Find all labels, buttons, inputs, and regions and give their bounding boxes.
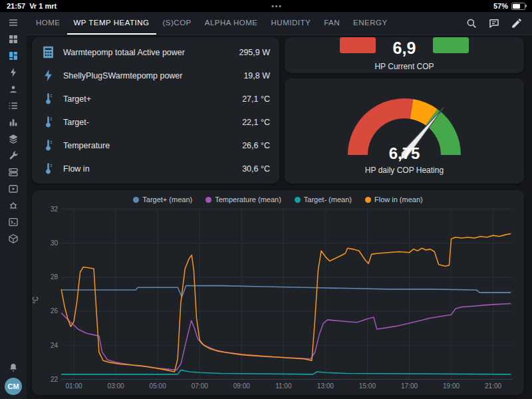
gauge-card-current-cop[interactable]: 6,9 HP Current COP: [285, 37, 524, 73]
entity-value: 295,9 W: [239, 48, 270, 57]
dashboard-content: Warmtepomp totaal Active power295,9 WShe…: [27, 35, 532, 399]
legend-dot-icon: [205, 197, 211, 203]
thermometer-icon: [41, 138, 55, 152]
status-right: 57%: [493, 2, 525, 10]
bell-icon: [8, 362, 19, 373]
battery-icon: [511, 3, 525, 10]
entity-value: 30,6 °C: [242, 164, 270, 174]
sidebar-item-system[interactable]: [2, 164, 25, 180]
svg-text:21:00: 21:00: [485, 382, 501, 390]
svg-text:17:00: 17:00: [401, 382, 418, 390]
sidebar-item-logbook[interactable]: [2, 130, 25, 147]
tab-wp-temp-heating[interactable]: WP TEMP HEATING: [67, 12, 156, 35]
daily-gauge-value: 6,75: [334, 144, 474, 163]
sidebar-item-terminal[interactable]: [2, 213, 25, 230]
calculator-icon: [41, 45, 55, 59]
sidebar-item-menu[interactable]: [2, 14, 25, 31]
svg-text:13:00: 13:00: [317, 382, 334, 390]
sidebar-item-notifications[interactable]: [2, 359, 25, 376]
entity-name: ShellyPlugSWarmtepomp power: [63, 71, 235, 80]
tab-energy[interactable]: ENERGY: [346, 12, 394, 35]
entity-row[interactable]: Target+27,1 °C: [41, 88, 270, 110]
entity-value: 27,1 °C: [242, 94, 270, 104]
bars-icon: [8, 117, 19, 128]
tab-alpha-home[interactable]: ALPHA HOME: [198, 12, 265, 35]
entity-row[interactable]: Temperature26,6 °C: [41, 134, 270, 156]
legend-label: Temperature (mean): [215, 196, 281, 203]
legend-label: Flow in (mean): [374, 196, 423, 203]
play-icon: [8, 184, 19, 194]
entity-name: Flow in: [63, 164, 234, 174]
legend-item[interactable]: Flow in (mean): [365, 196, 423, 203]
history-chart-card: Target+ (mean)Temperature (mean)Target- …: [32, 190, 524, 395]
entity-row[interactable]: Warmtepomp totaal Active power295,9 W: [41, 41, 270, 63]
status-date: Vr 1 mrt: [29, 2, 57, 10]
sidebar-items: [2, 14, 25, 247]
current-gauge-arc: 6,9: [285, 37, 524, 57]
sidebar-item-energy[interactable]: [2, 64, 25, 80]
avatar[interactable]: CM: [5, 378, 22, 395]
svg-text:26: 26: [51, 307, 58, 315]
battery-percent: 57%: [493, 2, 508, 10]
assist-chat-icon[interactable]: [488, 17, 500, 29]
chart-area: 22242628303201:0003:0005:0007:0009:0011:…: [39, 205, 517, 394]
legend-item[interactable]: Target- (mean): [295, 196, 352, 203]
svg-text:09:00: 09:00: [233, 382, 250, 390]
current-gauge-label: HP Current COP: [285, 62, 524, 71]
svg-text:30: 30: [51, 239, 58, 247]
sidebar-item-dashboard-current[interactable]: [2, 47, 25, 64]
sidebar-bottom: [2, 359, 25, 376]
gauge-card-daily-cop[interactable]: 6,75 HP daily COP Heating: [285, 78, 524, 184]
sidebar-item-tools[interactable]: [2, 147, 25, 164]
status-time: 21:57: [7, 2, 25, 10]
edit-dashboard-icon[interactable]: [511, 17, 523, 29]
y-axis-label: °C: [32, 297, 39, 304]
entity-value: 26,6 °C: [242, 141, 270, 150]
grid2-icon: [8, 51, 19, 61]
tab-fan[interactable]: FAN: [317, 12, 346, 35]
main: HOMEWP TEMP HEATING(S)COPALPHA HOMEHUMID…: [27, 12, 532, 399]
history-chart: 22242628303201:0003:0005:0007:0009:0011:…: [39, 205, 517, 394]
sidebar-item-assist[interactable]: [2, 80, 25, 97]
search-icon[interactable]: [466, 17, 477, 29]
ios-status-bar: 21:57Vr 1 mrt ••• 57%: [0, 0, 532, 12]
svg-text:32: 32: [51, 205, 58, 212]
sidebar: CM: [0, 12, 27, 399]
entity-name: Temperature: [63, 141, 234, 150]
sidebar-item-addons[interactable]: [2, 230, 25, 247]
thermometer-icon: [41, 115, 55, 129]
svg-text:11:00: 11:00: [275, 382, 292, 390]
sidebar-item-developer[interactable]: [2, 197, 25, 213]
sidebar-item-history[interactable]: [2, 114, 25, 130]
status-left: 21:57Vr 1 mrt: [7, 2, 61, 10]
current-gauge-value: 6,9: [393, 39, 416, 57]
thermometer-icon: [41, 92, 55, 106]
menu-icon: [8, 17, 19, 28]
legend-item[interactable]: Target+ (mean): [133, 196, 192, 203]
entity-row[interactable]: ShellyPlugSWarmtepomp power19,8 W: [41, 65, 270, 86]
tab-bar: HOMEWP TEMP HEATING(S)COPALPHA HOMEHUMID…: [29, 12, 394, 35]
list-icon: [8, 100, 19, 111]
svg-text:01:00: 01:00: [66, 382, 82, 390]
legend-label: Target- (mean): [304, 196, 352, 203]
person-icon: [8, 84, 19, 94]
legend-dot-icon: [133, 197, 139, 203]
legend-dot-icon: [295, 197, 301, 203]
entity-name: Target+: [63, 94, 234, 104]
sidebar-item-dashboard[interactable]: [2, 31, 25, 47]
tab-humidity[interactable]: HUMIDITY: [265, 12, 318, 35]
current-gauge-green-segment: [433, 37, 469, 53]
legend-item[interactable]: Temperature (mean): [205, 196, 281, 203]
entity-row[interactable]: Flow in30,6 °C: [41, 158, 270, 180]
grid-icon: [8, 34, 19, 45]
entity-row[interactable]: Target-22,1 °C: [41, 111, 270, 133]
tab-home[interactable]: HOME: [29, 12, 67, 35]
svg-text:05:00: 05:00: [150, 382, 166, 390]
flash-icon: [41, 68, 55, 82]
sidebar-item-todo-list[interactable]: [2, 97, 25, 114]
tab-s-cop[interactable]: (S)COP: [156, 12, 198, 35]
multitask-dots: •••: [271, 3, 283, 10]
sidebar-item-media[interactable]: [2, 180, 25, 197]
screen: 21:57Vr 1 mrt ••• 57% CM HOMEWP TEMP HEA…: [0, 0, 532, 399]
svg-text:24: 24: [51, 341, 58, 348]
